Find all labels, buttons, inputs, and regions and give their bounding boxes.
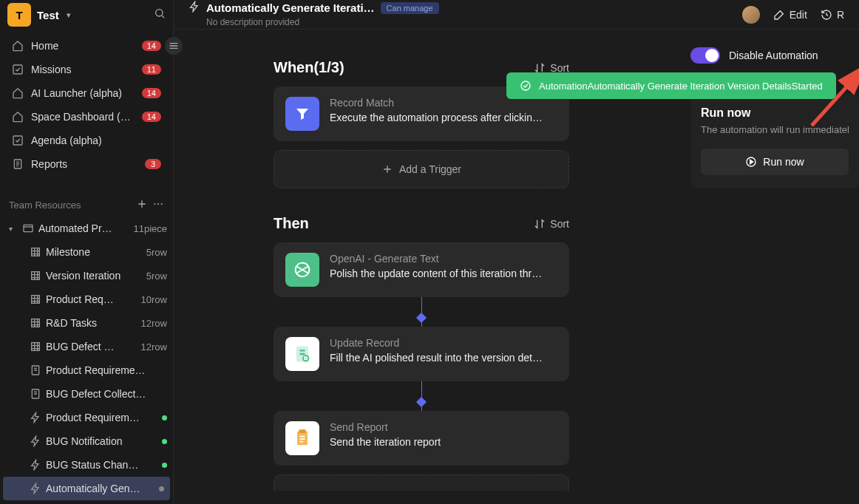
tree-label: BUG Defect Collect… bbox=[46, 388, 167, 400]
chevron-down-icon: ▾ bbox=[67, 10, 71, 20]
svg-rect-7 bbox=[24, 225, 33, 231]
tree-count: 11piece bbox=[133, 223, 167, 234]
card-title: Update Record bbox=[330, 337, 557, 349]
update-record-icon bbox=[285, 337, 319, 371]
right-panel: Disable Automation Run now The automatio… bbox=[679, 30, 859, 504]
tree-label: Milestone bbox=[46, 246, 142, 258]
tree-item[interactable]: BUG Status Chan… bbox=[0, 453, 173, 477]
automation-icon bbox=[189, 1, 200, 16]
tree-item-active[interactable]: Automatically Gen… bbox=[3, 477, 170, 500]
svg-rect-1 bbox=[13, 65, 22, 74]
badge: 14 bbox=[142, 112, 161, 122]
tree-count: 12row bbox=[141, 341, 167, 353]
tree-count: 12row bbox=[141, 318, 167, 329]
disable-automation-toggle[interactable] bbox=[690, 47, 720, 64]
tree-label: Version Iteration bbox=[46, 270, 142, 282]
tree-item[interactable]: BUG Defect … 12row bbox=[0, 335, 173, 358]
tree-label: BUG Status Chan… bbox=[46, 459, 157, 471]
tree-item[interactable]: Version Iteration 5row bbox=[0, 264, 173, 287]
badge: 3 bbox=[145, 159, 161, 169]
action-card-report[interactable]: Send Report Send the iteration report bbox=[274, 411, 569, 466]
workspace-header[interactable]: T Test ▾ bbox=[0, 0, 173, 30]
tree-label: Product Requirem… bbox=[46, 412, 157, 423]
tree-label: Automatically Gen… bbox=[46, 483, 155, 494]
then-title: Then bbox=[274, 215, 309, 232]
checkbox-icon bbox=[12, 64, 24, 75]
nav-reports[interactable]: Reports 3 bbox=[3, 152, 170, 176]
toast-text: AutomationAutomatically Generate Iterati… bbox=[539, 81, 823, 92]
plus-icon[interactable] bbox=[136, 198, 148, 212]
primary-nav: Home 14 Missions 11 AI Launcher (alpha) … bbox=[0, 30, 173, 180]
svg-point-21 bbox=[521, 81, 530, 90]
tree-root[interactable]: ▾ Automated Pr… 11piece bbox=[0, 217, 173, 240]
automation-icon bbox=[30, 435, 41, 447]
grid-icon bbox=[30, 246, 41, 258]
run-title: Run now bbox=[701, 106, 849, 120]
svg-rect-11 bbox=[32, 319, 40, 327]
badge: 11 bbox=[142, 64, 161, 75]
card-desc: Fill the AI polished result into the ver… bbox=[330, 352, 557, 364]
tree-item[interactable]: BUG Notification bbox=[0, 429, 173, 453]
run-btn-label: Run now bbox=[763, 156, 804, 168]
nav-home[interactable]: Home 14 bbox=[3, 34, 170, 58]
automation-icon bbox=[30, 483, 41, 494]
svg-rect-2 bbox=[13, 136, 22, 145]
nav-label: Agenda (alpha) bbox=[31, 134, 161, 146]
action-card-openai[interactable]: OpenAI - Generate Text Polish the update… bbox=[274, 242, 569, 297]
toast-notification: AutomationAutomatically Generate Iterati… bbox=[506, 72, 836, 99]
tree-label: Automated Pr… bbox=[38, 222, 129, 234]
nav-space-dashboard[interactable]: Space Dashboard (alpha) 14 bbox=[3, 105, 170, 129]
action-card-update[interactable]: Update Record Fill the AI polished resul… bbox=[274, 327, 569, 381]
tree-item[interactable]: Product Req… 10row bbox=[0, 287, 173, 311]
more-icon[interactable] bbox=[152, 198, 164, 212]
svg-rect-10 bbox=[32, 296, 40, 304]
nav-missions[interactable]: Missions 11 bbox=[3, 58, 170, 81]
run-now-button[interactable]: Run now bbox=[701, 149, 849, 175]
connector bbox=[274, 297, 569, 327]
svg-rect-9 bbox=[32, 272, 40, 280]
home-icon bbox=[12, 111, 24, 123]
workspace-badge: T bbox=[7, 3, 31, 27]
page-header: Automatically Generate Iterati… Can mana… bbox=[174, 0, 859, 30]
nav-label: Home bbox=[31, 40, 135, 52]
tree-item[interactable]: R&D Tasks 12row bbox=[0, 311, 173, 335]
nav-ai-launcher[interactable]: AI Launcher (alpha) 14 bbox=[3, 81, 170, 105]
history-label: R bbox=[837, 9, 844, 21]
nav-label: AI Launcher (alpha) bbox=[31, 87, 135, 99]
when-title: When(1/3) bbox=[274, 59, 344, 76]
tree-item[interactable]: Product Requirem… bbox=[0, 406, 173, 429]
history-button[interactable]: R bbox=[821, 9, 844, 21]
add-trigger-button[interactable]: Add a Trigger bbox=[274, 150, 569, 188]
tree-label: Product Requireme… bbox=[46, 364, 167, 376]
then-header: Then Sort bbox=[274, 215, 569, 232]
add-trigger-label: Add a Trigger bbox=[399, 163, 461, 175]
edit-label: Edit bbox=[790, 9, 807, 21]
grid-icon bbox=[30, 293, 41, 305]
filter-icon bbox=[285, 97, 319, 131]
avatar[interactable] bbox=[742, 6, 760, 24]
openai-icon bbox=[285, 253, 319, 287]
tree-label: R&D Tasks bbox=[46, 317, 137, 329]
workspace-name: Test bbox=[37, 9, 59, 21]
edit-button[interactable]: Edit bbox=[773, 9, 807, 21]
content: When(1/3) Sort Record Match Execute the … bbox=[174, 30, 859, 504]
automation-canvas: When(1/3) Sort Record Match Execute the … bbox=[174, 30, 679, 504]
status-dot-on bbox=[162, 415, 167, 420]
checkbox-icon bbox=[12, 134, 24, 146]
search-icon[interactable] bbox=[154, 7, 166, 22]
status-dot-on bbox=[162, 463, 167, 468]
tree-item[interactable]: BUG Defect Collect… bbox=[0, 382, 173, 406]
toggle-label: Disable Automation bbox=[729, 50, 818, 61]
tree-item[interactable]: Milestone 5row bbox=[0, 240, 173, 264]
svg-rect-12 bbox=[32, 343, 40, 351]
svg-point-17 bbox=[302, 355, 309, 361]
tree-item[interactable]: Product Requireme… bbox=[0, 358, 173, 382]
page-title: Automatically Generate Iterati… bbox=[206, 1, 375, 14]
chevron-down-icon: ▾ bbox=[9, 225, 18, 233]
grid-icon bbox=[30, 317, 41, 329]
add-action-button[interactable] bbox=[274, 474, 569, 491]
connector bbox=[274, 381, 569, 411]
sort-button[interactable]: Sort bbox=[534, 218, 569, 230]
nav-label: Reports bbox=[31, 158, 137, 170]
nav-agenda[interactable]: Agenda (alpha) bbox=[3, 129, 170, 152]
